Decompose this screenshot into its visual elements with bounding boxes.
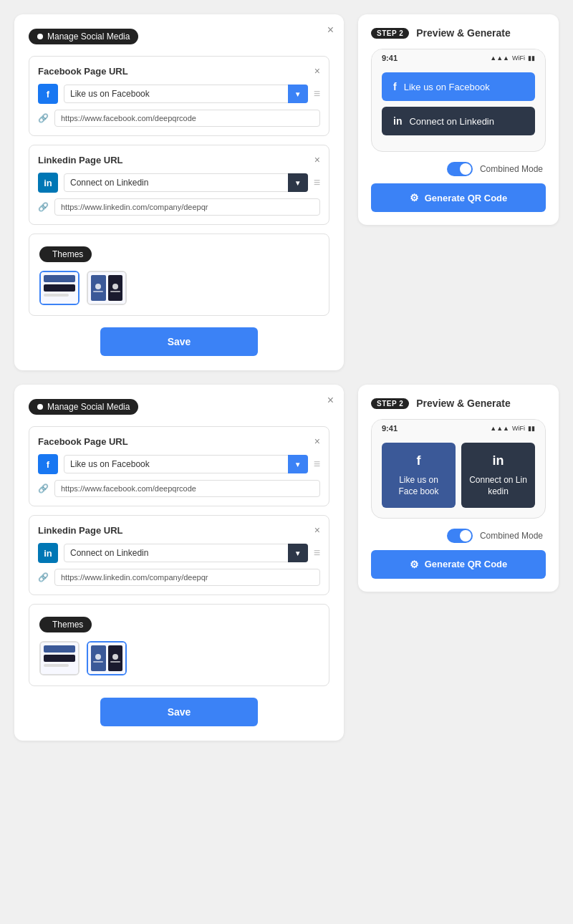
badge-dot-2 — [37, 404, 43, 410]
linkedin-title-1: Linkedin Page URL — [38, 155, 122, 165]
phone-fb-grid-label-2: Like us on Face book — [389, 475, 448, 497]
facebook-card-header-2: Facebook Page URL × — [38, 435, 320, 447]
linkedin-dropdown-1[interactable]: ▼ — [288, 173, 308, 192]
manage-badge-1: Manage Social Media — [29, 29, 138, 44]
themes-section-1: Themes — [29, 234, 329, 316]
facebook-social-row-1: f ▼ ≡ — [38, 84, 320, 104]
facebook-link-icon-2: 🔗 — [38, 483, 49, 494]
linkedin-title-2: Linkedin Page URL — [38, 525, 122, 536]
facebook-social-row-2: f ▼ ≡ — [38, 454, 320, 474]
right-panel-2: STEP 2 Preview & Generate 9:41 ▲▲▲ WiFi … — [358, 385, 559, 592]
themes-badge-2: Themes — [39, 617, 92, 632]
phone-time-1: 9:41 — [382, 54, 398, 62]
phone-fb-label-1: Like us on Facebook — [404, 82, 490, 92]
facebook-input-wrap-2: ▼ — [64, 455, 308, 473]
close-button-1[interactable]: × — [327, 24, 334, 36]
generate-label-1: Generate QR Code — [425, 193, 508, 203]
facebook-icon-2: f — [38, 454, 58, 474]
linkedin-drag-handle-2[interactable]: ≡ — [314, 547, 320, 559]
facebook-drag-handle-1[interactable]: ≡ — [314, 88, 320, 100]
linkedin-card-header-2: Linkedin Page URL × — [38, 524, 320, 536]
save-button-2[interactable]: Save — [100, 698, 258, 726]
facebook-card-header-1: Facebook Page URL × — [38, 65, 320, 77]
theme-list-1[interactable] — [39, 271, 80, 305]
facebook-url-input-1[interactable] — [54, 110, 320, 127]
step-title-2: Preview & Generate — [416, 398, 511, 409]
facebook-drag-handle-2[interactable]: ≡ — [314, 458, 320, 470]
combined-row-2: Combined Mode — [371, 529, 546, 543]
phone-li-grid-icon-2: in — [493, 453, 504, 469]
facebook-card-1: Facebook Page URL × f ▼ ≡ 🔗 — [29, 56, 329, 136]
linkedin-close-1[interactable]: × — [314, 154, 320, 165]
linkedin-card-header-1: Linkedin Page URL × — [38, 154, 320, 165]
linkedin-text-input-2[interactable] — [64, 544, 308, 562]
step-header-2: STEP 2 Preview & Generate — [371, 398, 546, 409]
linkedin-social-row-1: in ▼ ≡ — [38, 173, 320, 193]
phone-content-2: f Like us on Face book in Connect on Lin… — [372, 435, 545, 518]
facebook-link-icon-1: 🔗 — [38, 113, 49, 123]
linkedin-dropdown-2[interactable]: ▼ — [288, 544, 308, 562]
signal-icon: ▲▲▲ — [490, 54, 509, 62]
theme-list-2[interactable] — [39, 641, 80, 675]
phone-mockup-1: 9:41 ▲▲▲ WiFi ▮▮ f Like us on Facebook i… — [371, 49, 546, 152]
wifi-icon-2: WiFi — [512, 425, 525, 432]
combined-toggle-2[interactable] — [447, 529, 473, 543]
linkedin-card-1: Linkedin Page URL × in ▼ ≡ 🔗 — [29, 145, 329, 225]
battery-icon-2: ▮▮ — [528, 425, 535, 432]
bottom-controls-1: Combined Mode ⚙ Generate QR Code — [371, 162, 546, 212]
step-badge-1: STEP 2 — [371, 28, 409, 39]
facebook-close-2[interactable]: × — [314, 435, 320, 447]
facebook-text-input-1[interactable] — [64, 85, 308, 103]
facebook-text-input-2[interactable] — [64, 455, 308, 473]
qr-icon-1: ⚙ — [410, 192, 419, 203]
left-panel-2: × Manage Social Media Facebook Page URL … — [14, 385, 344, 741]
step-header-1: STEP 2 Preview & Generate — [371, 27, 546, 39]
facebook-icon-1: f — [38, 84, 58, 104]
linkedin-social-row-2: in ▼ ≡ — [38, 543, 320, 563]
save-button-1[interactable]: Save — [100, 327, 258, 356]
phone-fb-grid-icon-2: f — [417, 453, 421, 469]
badge-dot-1 — [37, 34, 43, 39]
qr-icon-2: ⚙ — [410, 559, 419, 570]
linkedin-icon-2: in — [38, 543, 58, 563]
generate-btn-1[interactable]: ⚙ Generate QR Code — [371, 183, 546, 212]
generate-btn-2[interactable]: ⚙ Generate QR Code — [371, 550, 546, 579]
phone-li-grid-label-2: Connect on Lin kedin — [468, 475, 528, 497]
step-badge-2: STEP 2 — [371, 398, 409, 409]
wifi-icon: WiFi — [512, 54, 525, 62]
phone-status-bar-2: 9:41 ▲▲▲ WiFi ▮▮ — [372, 420, 545, 435]
facebook-card-2: Facebook Page URL × f ▼ ≡ 🔗 — [29, 426, 329, 506]
phone-fb-icon-1: f — [393, 81, 397, 92]
facebook-input-wrap-1: ▼ — [64, 85, 308, 103]
phone-mockup-2: 9:41 ▲▲▲ WiFi ▮▮ f Like us on Face book … — [371, 419, 546, 519]
linkedin-url-row-2: 🔗 — [38, 569, 320, 586]
facebook-dropdown-1[interactable]: ▼ — [288, 85, 308, 103]
facebook-url-row-1: 🔗 — [38, 110, 320, 127]
linkedin-drag-handle-1[interactable]: ≡ — [314, 177, 320, 188]
phone-fb-grid-btn-2: f Like us on Face book — [382, 443, 456, 508]
combined-toggle-1[interactable] — [447, 162, 473, 176]
manage-label-2: Manage Social Media — [47, 402, 130, 412]
linkedin-url-input-2[interactable] — [54, 569, 320, 586]
phone-status-bar-1: 9:41 ▲▲▲ WiFi ▮▮ — [372, 49, 545, 65]
linkedin-close-2[interactable]: × — [314, 524, 320, 536]
left-panel-1: × Manage Social Media Facebook Page URL … — [14, 14, 344, 370]
phone-li-btn-1: in Connect on Linkedin — [382, 107, 535, 135]
themes-grid-1 — [39, 271, 319, 305]
theme-grid-1[interactable] — [87, 271, 127, 305]
row-1: × Manage Social Media Facebook Page URL … — [14, 14, 559, 370]
close-button-2[interactable]: × — [327, 395, 334, 406]
linkedin-text-input-1[interactable] — [64, 173, 308, 192]
themes-section-2: Themes — [29, 604, 329, 686]
linkedin-input-wrap-1: ▼ — [64, 173, 308, 192]
facebook-close-1[interactable]: × — [314, 65, 320, 77]
phone-grid-2: f Like us on Face book in Connect on Lin… — [382, 443, 535, 508]
themes-grid-2 — [39, 641, 319, 675]
right-panel-1: STEP 2 Preview & Generate 9:41 ▲▲▲ WiFi … — [358, 14, 559, 225]
theme-grid-2[interactable] — [87, 641, 127, 675]
facebook-url-row-2: 🔗 — [38, 480, 320, 497]
manage-badge-2: Manage Social Media — [29, 399, 138, 415]
facebook-url-input-2[interactable] — [54, 480, 320, 497]
linkedin-url-input-1[interactable] — [54, 198, 320, 216]
facebook-dropdown-2[interactable]: ▼ — [288, 455, 308, 473]
